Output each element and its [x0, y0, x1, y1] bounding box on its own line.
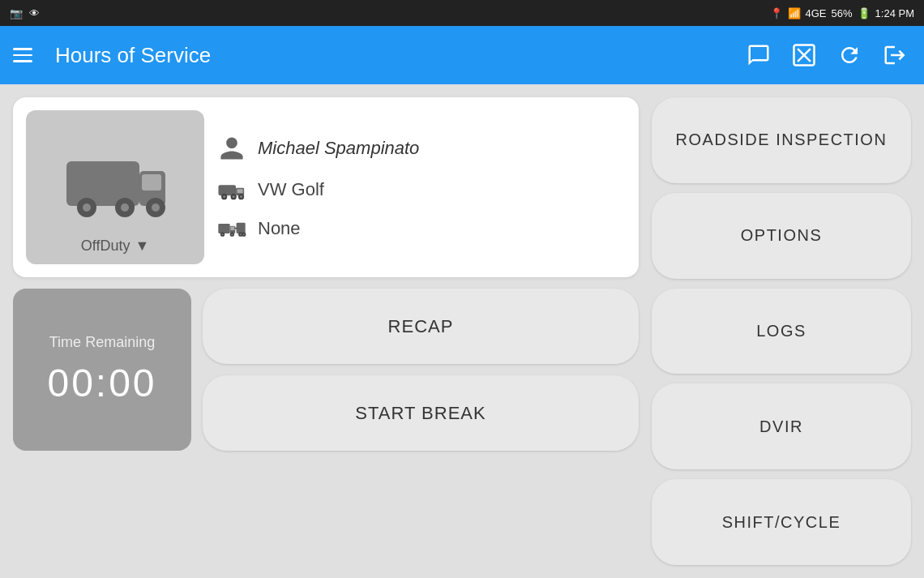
time-remaining-label: Time Remaining	[49, 334, 155, 351]
svg-point-31	[243, 233, 245, 235]
trailer-row: None	[217, 217, 626, 240]
trailer-icon	[217, 217, 246, 240]
svg-rect-23	[235, 228, 237, 229]
shift-cycle-button[interactable]: SHIFT/CYCLE	[652, 479, 911, 565]
right-column: ROADSIDE INSPECTION OPTIONS LOGS DVIR SH…	[652, 97, 911, 565]
status-bar-left: 📷 👁	[10, 7, 40, 19]
battery-level: 56%	[832, 7, 853, 19]
location-icon: 📍	[770, 7, 783, 19]
main-content: OffDuty ▼ Michael Spampinato	[0, 84, 924, 578]
camera-icon: 📷	[10, 7, 23, 19]
close-screen-icon[interactable]	[788, 39, 820, 71]
truck-status-box: OffDuty ▼	[26, 110, 204, 264]
duty-status-label: OffDuty	[81, 238, 130, 255]
roadside-inspection-button[interactable]: ROADSIDE INSPECTION	[652, 97, 911, 183]
signal-strength: 4GE	[806, 7, 827, 19]
svg-rect-3	[142, 174, 161, 191]
dvir-button[interactable]: DVIR	[652, 383, 911, 469]
svg-point-5	[83, 203, 91, 212]
svg-point-9	[152, 203, 160, 212]
logs-button[interactable]: LOGS	[652, 289, 911, 375]
center-action-buttons: RECAP START BREAK	[203, 289, 639, 451]
wifi-icon: 📶	[788, 7, 801, 19]
duty-dropdown-arrow: ▼	[135, 238, 149, 255]
driver-name: Michael Spampinato	[258, 138, 419, 159]
logout-icon[interactable]	[879, 39, 911, 71]
time-remaining-card: Time Remaining 00:00	[13, 289, 191, 451]
refresh-icon[interactable]	[833, 39, 866, 71]
vehicle-icon	[217, 178, 246, 201]
page-title: Hours of Service	[55, 43, 729, 68]
clock: 1:24 PM	[875, 7, 914, 19]
svg-point-16	[233, 195, 235, 198]
driver-info-card: OffDuty ▼ Michael Spampinato	[13, 97, 639, 277]
start-break-button[interactable]: START BREAK	[203, 375, 639, 451]
svg-rect-22	[237, 223, 246, 233]
message-icon[interactable]	[742, 39, 775, 71]
svg-rect-21	[230, 226, 234, 230]
duty-status[interactable]: OffDuty ▼	[81, 238, 150, 255]
svg-point-7	[121, 203, 129, 212]
driver-details: Michael Spampinato	[217, 128, 626, 246]
svg-point-27	[231, 233, 233, 235]
app-header: Hours of Service	[0, 26, 924, 84]
trailer-name: None	[258, 218, 301, 239]
driver-name-row: Michael Spampinato	[217, 135, 626, 162]
vehicle-name: VW Golf	[258, 179, 324, 200]
svg-point-18	[240, 195, 242, 198]
bottom-row: Time Remaining 00:00 RECAP START BREAK	[13, 289, 639, 451]
menu-button[interactable]	[13, 48, 42, 62]
status-bar: 📷 👁 📍 📶 4GE 56% 🔋 1:24 PM	[0, 0, 924, 26]
truck-illustration	[58, 129, 172, 234]
svg-rect-19	[218, 224, 229, 233]
status-bar-right: 📍 📶 4GE 56% 🔋 1:24 PM	[770, 7, 914, 19]
person-icon	[217, 135, 246, 162]
svg-point-29	[240, 233, 242, 235]
options-button[interactable]: OPTIONS	[652, 193, 911, 279]
vehicle-row: VW Golf	[217, 178, 626, 201]
battery-icon: 🔋	[858, 7, 871, 19]
svg-point-14	[223, 195, 225, 198]
svg-point-25	[222, 233, 224, 235]
svg-rect-12	[237, 189, 242, 193]
time-remaining-value: 00:00	[47, 361, 156, 405]
eye-icon: 👁	[29, 7, 40, 19]
left-column: OffDuty ▼ Michael Spampinato	[13, 97, 639, 565]
recap-button[interactable]: RECAP	[203, 289, 639, 364]
